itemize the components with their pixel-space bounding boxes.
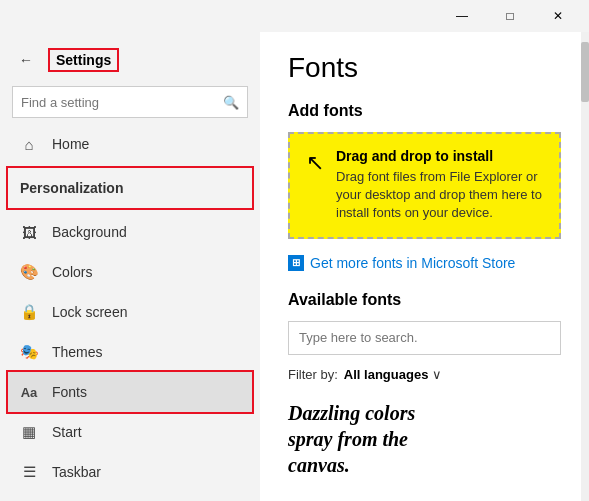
store-link[interactable]: ⊞ Get more fonts in Microsoft Store — [288, 255, 561, 271]
home-icon: ⌂ — [20, 136, 38, 153]
store-icon: ⊞ — [288, 255, 304, 271]
sidebar-item-background[interactable]: 🖼 Background — [0, 212, 260, 252]
sidebar-item-themes[interactable]: 🎭 Themes — [0, 332, 260, 372]
themes-label: Themes — [52, 344, 103, 360]
chevron-down-icon: ∨ — [432, 367, 442, 382]
settings-title: Settings — [50, 50, 117, 70]
sidebar-item-home[interactable]: ⌂ Home — [0, 124, 260, 164]
filter-value: All languages — [344, 367, 429, 382]
fonts-label: Fonts — [52, 384, 87, 400]
themes-icon: 🎭 — [20, 343, 38, 361]
sidebar-item-start[interactable]: ▦ Start — [0, 412, 260, 452]
colors-icon: 🎨 — [20, 263, 38, 281]
maximize-button[interactable]: □ — [487, 0, 533, 32]
background-icon: 🖼 — [20, 224, 38, 241]
app-window: ← Settings 🔍 ⌂ Home Personalization 🖼 Ba… — [0, 32, 589, 501]
start-label: Start — [52, 424, 82, 440]
minimize-button[interactable]: — — [439, 0, 485, 32]
drop-zone-title: Drag and drop to install — [336, 148, 543, 164]
drop-zone-text: Drag and drop to install Drag font files… — [336, 148, 543, 223]
sidebar-item-lock-screen[interactable]: 🔒 Lock screen — [0, 292, 260, 332]
search-box[interactable]: 🔍 — [12, 86, 248, 118]
sidebar-item-taskbar[interactable]: ☰ Taskbar — [0, 452, 260, 492]
fonts-icon: Aa — [20, 385, 38, 400]
scrollbar[interactable] — [581, 32, 589, 501]
store-link-text: Get more fonts in Microsoft Store — [310, 255, 515, 271]
preview-line1: Dazzling colors — [288, 402, 415, 424]
taskbar-label: Taskbar — [52, 464, 101, 480]
preview-line2: spray from the — [288, 428, 408, 450]
sidebar-section-personalization[interactable]: Personalization — [8, 168, 252, 208]
title-bar: — □ ✕ — [0, 0, 589, 32]
personalization-label: Personalization — [20, 180, 123, 196]
sidebar-item-fonts[interactable]: Aa Fonts — [8, 372, 252, 412]
search-input[interactable] — [21, 95, 217, 110]
lock-icon: 🔒 — [20, 303, 38, 321]
filter-label: Filter by: — [288, 367, 338, 382]
search-icon: 🔍 — [223, 95, 239, 110]
sidebar-item-colors[interactable]: 🎨 Colors — [0, 252, 260, 292]
font-preview: Dazzling colors spray from the canvas. — [288, 400, 561, 478]
taskbar-icon: ☰ — [20, 463, 38, 481]
scrollbar-thumb[interactable] — [581, 42, 589, 102]
page-title: Fonts — [288, 52, 561, 84]
sidebar: ← Settings 🔍 ⌂ Home Personalization 🖼 Ba… — [0, 32, 260, 501]
available-fonts-title: Available fonts — [288, 291, 561, 309]
back-button[interactable]: ← — [12, 46, 40, 74]
sidebar-header: ← Settings — [0, 40, 260, 80]
drop-zone-desc: Drag font files from File Explorer or yo… — [336, 168, 543, 223]
lock-screen-label: Lock screen — [52, 304, 127, 320]
sidebar-home-label: Home — [52, 136, 89, 152]
add-fonts-title: Add fonts — [288, 102, 561, 120]
start-icon: ▦ — [20, 423, 38, 441]
drop-zone[interactable]: ↖ Drag and drop to install Drag font fil… — [288, 132, 561, 239]
cursor-icon: ↖ — [306, 150, 324, 176]
fonts-search-input[interactable] — [299, 330, 550, 345]
search-fonts-box[interactable] — [288, 321, 561, 355]
background-label: Background — [52, 224, 127, 240]
filter-row: Filter by: All languages ∨ — [288, 367, 561, 382]
main-content: Fonts Add fonts ↖ Drag and drop to insta… — [260, 32, 589, 501]
colors-label: Colors — [52, 264, 92, 280]
preview-line3: canvas. — [288, 454, 350, 476]
close-button[interactable]: ✕ — [535, 0, 581, 32]
language-filter-dropdown[interactable]: All languages ∨ — [344, 367, 443, 382]
